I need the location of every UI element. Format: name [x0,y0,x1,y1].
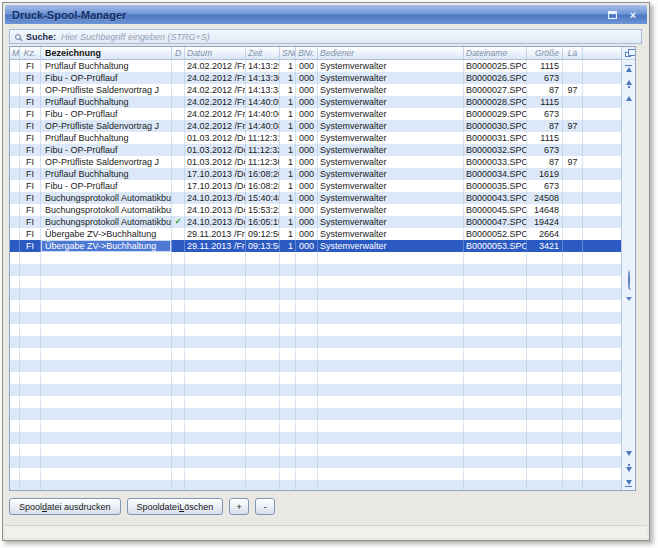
printed-check-cell [172,372,185,384]
printed-check-cell [172,132,185,144]
empty-row [10,252,621,264]
search-label: Suche: [26,32,56,42]
search-input[interactable]: Suche: Hier Suchbegriff eingeben (STRG+S… [9,29,642,44]
column-layout-button[interactable] [626,247,632,265]
empty-row [10,408,621,420]
close-button[interactable]: × [626,8,640,21]
empty-row [10,324,621,336]
column-header-dateiname[interactable]: Dateiname [464,47,527,59]
empty-row [10,456,621,468]
printed-check-cell [172,180,185,192]
printed-check-cell [172,408,185,420]
printed-check-cell [172,120,185,132]
printed-check-cell [172,336,185,348]
column-header-bezeichnung[interactable]: Bezeichnung [41,47,172,59]
arrow-up-icon [626,96,632,101]
scroll-to-top-button[interactable] [625,65,632,72]
table-row[interactable]: FI OP-Prüfliste Saldenvortrag J 01.03.20… [10,156,621,168]
table-row[interactable]: FI Fibu - OP-Prüflauf 17.10.2013 /Do 16:… [10,180,621,192]
row-down-button[interactable] [626,451,632,456]
column-header-d[interactable]: D [172,47,185,59]
empty-row [10,420,621,432]
printed-check-cell [172,144,185,156]
column-header-filler [583,47,621,59]
page-down-button[interactable] [626,464,632,472]
table-header: M Kz. Bezeichnung D Datum Zeit SNr. BNr.… [10,47,621,60]
column-header-bediener[interactable]: Bediener [318,47,464,59]
printed-check-cell [172,60,185,72]
copy-columns-icon [625,52,631,57]
column-header-groesse[interactable]: Größe [527,47,563,59]
search-icon [628,270,630,289]
table-row[interactable]: FI Prüflauf Buchhaltung 17.10.2013 /Do 1… [10,168,621,180]
column-header-snr[interactable]: SNr. [280,47,296,59]
status-bar [5,525,647,538]
printed-check-cell: ✓ [172,216,185,228]
printed-check-cell [172,96,185,108]
close-icon: × [630,9,636,21]
printed-check-cell [172,228,185,240]
restore-button[interactable] [605,8,619,21]
printed-check-cell [172,252,185,264]
table-row[interactable]: FI Prüflauf Buchhaltung 01.03.2012 /Do 1… [10,132,621,144]
empty-row [10,300,621,312]
column-header-zeit[interactable]: Zeit [246,47,280,59]
table-row[interactable]: FI Buchungsprotokoll Automatikbuc 24.10.… [10,204,621,216]
table-row[interactable]: FI OP-Prüfliste Saldenvortrag J 24.02.20… [10,120,621,132]
column-header-bnr[interactable]: BNr. [296,47,318,59]
table-row[interactable]: FI Fibu - OP-Prüflauf 24.02.2012 /Fr 14:… [10,72,621,84]
page-up-button[interactable] [626,80,632,88]
grid-search-button[interactable] [628,271,630,289]
column-header-m[interactable]: M [10,47,20,59]
table-row[interactable]: FI OP-Prüfliste Saldenvortrag J 24.02.20… [10,84,621,96]
printed-check-cell [172,360,185,372]
add-button[interactable]: + [229,498,249,515]
table-row[interactable]: FI Fibu - OP-Prüflauf 24.02.2012 /Fr 14:… [10,108,621,120]
row-up-button[interactable] [626,96,632,101]
printed-check-cell [172,192,185,204]
scroll-nav-bottom [622,451,635,487]
grid-tools [622,247,635,319]
scroll-to-bottom-button[interactable] [625,480,632,487]
table-row[interactable]: FI Prüflauf Buchhaltung 24.02.2012 /Fr 1… [10,60,621,72]
app-window: Druck-Spool-Manager × Suche: Hier Suchbe… [2,2,650,541]
printed-check-cell [172,312,185,324]
printed-check-cell [172,384,185,396]
remove-button[interactable]: - [255,498,275,515]
delete-spool-button[interactable]: Spooldatei Löschen [127,498,224,515]
arrow-down-icon [626,467,632,472]
empty-row [10,396,621,408]
column-header-la[interactable]: La [563,47,583,59]
printed-check-cell [172,84,185,96]
printed-check-cell [172,276,185,288]
printed-check-cell [172,288,185,300]
delete-label-pre: Spooldatei [137,502,180,512]
print-label-post: atei ausdrucken [47,502,111,512]
printed-check-cell [172,444,185,456]
column-chooser-button[interactable] [622,47,635,60]
filter-button[interactable] [626,301,632,319]
column-header-kz[interactable]: Kz. [20,47,41,59]
column-header-datum[interactable]: Datum [185,47,246,59]
print-label-pre: Spool [19,502,42,512]
filter-icon [626,297,632,318]
print-spool-button[interactable]: Spooldatei ausdrucken [9,498,121,515]
table-row[interactable]: FI Buchungsprotokoll Automatikbuc 24.10.… [10,192,621,204]
window-controls: × [605,8,640,21]
printed-check-cell [172,480,185,491]
empty-row [10,384,621,396]
table-body: FI Prüflauf Buchhaltung 24.02.2012 /Fr 1… [10,60,621,491]
title-bar[interactable]: Druck-Spool-Manager × [5,5,647,24]
table-row[interactable]: FI Buchungsprotokoll Automatikbuc ✓ 24.1… [10,216,621,228]
search-placeholder: Hier Suchbegriff eingeben (STRG+S) [61,32,210,42]
table-row[interactable]: FI Fibu - OP-Prüflauf 01.03.2012 /Do 11:… [10,144,621,156]
table-row[interactable]: FI Prüflauf Buchhaltung 24.02.2012 /Fr 1… [10,96,621,108]
empty-row [10,468,621,480]
empty-row [10,372,621,384]
table-row[interactable]: FI Übergabe ZV->Buchhaltung 29.11.2013 /… [10,240,621,252]
delete-label-post: öschen [184,502,213,512]
empty-row [10,444,621,456]
arrow-bottom-icon [626,480,632,485]
table-row[interactable]: FI Übergabe ZV->Buchhaltung 29.11.2013 /… [10,228,621,240]
empty-row [10,480,621,491]
